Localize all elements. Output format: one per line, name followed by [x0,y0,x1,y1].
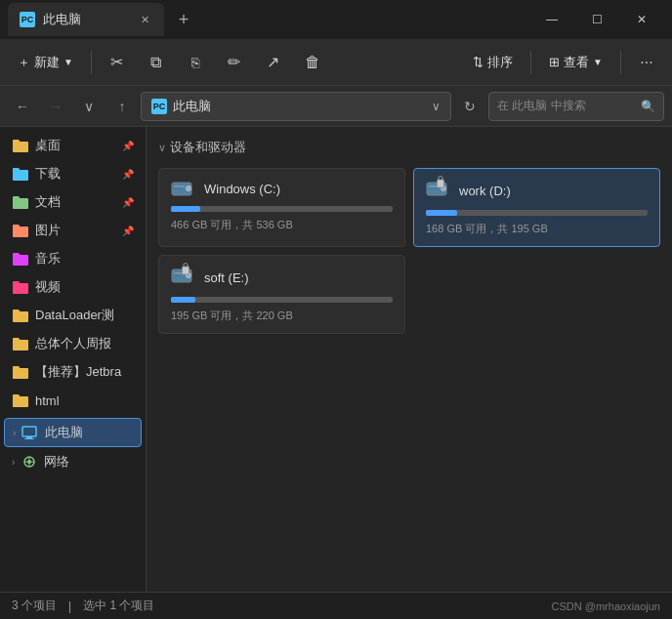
close-button[interactable]: ✕ [619,0,664,39]
search-box[interactable]: 在 此电脑 中搜索 🔍 [488,92,664,121]
pin-icon-desktop: 📌 [122,141,134,151]
drive-c-progress-fill [171,206,200,212]
drive-c-name: Windows (C:) [204,182,280,196]
drive-card-e[interactable]: soft (E:) 195 GB 可用，共 220 GB [158,255,405,334]
folder-dataloader-icon [12,307,29,324]
paste-icon: ⎘ [191,55,199,70]
sidebar-item-label-network: 网络 [44,453,134,471]
address-pc-icon: PC [151,99,167,114]
more-button[interactable]: ··· [629,45,664,80]
sidebar-item-weekreport[interactable]: 总体个人周报 [4,330,142,357]
sidebar-item-jetbra[interactable]: 【推荐】Jetbra [4,358,142,386]
sort-label: 排序 [487,54,513,71]
pin-icon-documents: 📌 [122,197,134,208]
more-icon: ··· [640,54,652,71]
svg-rect-1 [26,436,32,438]
folder-jetbra-icon [12,363,29,381]
svg-rect-9 [174,186,185,187]
drive-c-progress-bg [171,206,393,212]
new-label: 新建 [34,54,60,71]
pc-icon [21,424,39,441]
sidebar-item-documents[interactable]: 文档 📌 [4,188,142,216]
sidebar-item-network[interactable]: › 网络 [4,448,142,475]
sidebar-item-downloads[interactable]: 下载 📌 [4,160,142,187]
drives-row-1: Windows (C:) 466 GB 可用，共 536 GB [158,168,660,247]
svg-rect-0 [22,427,36,436]
sidebar-item-label-videos: 视频 [35,278,134,296]
section-chevron: ∨ [158,142,166,154]
up-dropdown-button[interactable]: ∨ [74,92,104,121]
drive-d-progress-fill [426,210,457,216]
folder-music-icon [12,250,29,268]
tab-close-button[interactable]: ✕ [137,12,152,27]
drive-card-d[interactable]: work (D:) 168 GB 可用，共 195 GB [413,168,660,247]
drive-e-info: 195 GB 可用，共 220 GB [171,309,393,323]
up-button[interactable]: ↑ [107,92,137,121]
copy-button[interactable]: ⧉ [139,45,174,80]
section-header-drives: ∨ 设备和驱动器 [158,139,660,156]
view-label: 查看 [564,54,589,71]
sidebar-item-label-desktop: 桌面 [35,137,116,154]
address-box[interactable]: PC 此电脑 ∨ [141,92,451,121]
drive-c-info: 466 GB 可用，共 536 GB [171,218,393,232]
sidebar-item-pictures[interactable]: 图片 📌 [4,217,142,244]
search-icon[interactable]: 🔍 [641,100,655,113]
drive-e-icon [171,266,196,289]
view-icon: ⊞ [549,55,560,69]
sidebar-item-dataloader[interactable]: DataLoader测 [4,302,142,329]
toolbar-separator-1 [91,51,92,74]
view-button[interactable]: ⊞ 查看 ▼ [539,50,612,75]
titlebar: PC 此电脑 ✕ + — ☐ ✕ [0,0,672,39]
sidebar-item-label-thispc: 此电脑 [45,424,133,441]
sidebar: 桌面 📌 下载 📌 文档 📌 图片 📌 [0,127,147,592]
minimize-button[interactable]: — [529,0,574,39]
drive-c-icon [171,179,196,198]
drive-card-c[interactable]: Windows (C:) 466 GB 可用，共 536 GB [158,168,405,247]
sidebar-item-label-music: 音乐 [35,250,134,268]
tab-active[interactable]: PC 此电脑 ✕ [8,3,164,36]
toolbar-separator-3 [620,51,621,74]
sidebar-item-videos[interactable]: 视频 [4,273,142,301]
window-controls: — ☐ ✕ [529,0,664,39]
toolbar: ＋ 新建 ▼ ✂ ⧉ ⎘ ✏ ↗ 🗑 ⇅ 排序 ⊞ 查看 ▼ ··· [0,39,672,86]
drive-d-header: work (D:) [426,179,648,202]
tab-area: PC 此电脑 ✕ + [8,0,529,39]
drive-e-progress-fill [171,297,195,303]
back-button[interactable]: ← [8,92,37,121]
svg-rect-20 [183,267,189,274]
sidebar-item-desktop[interactable]: 桌面 📌 [4,132,142,159]
svg-rect-10 [174,188,182,189]
search-placeholder: 在 此电脑 中搜索 [497,98,635,114]
main-layout: 桌面 📌 下载 📌 文档 📌 图片 📌 [0,127,672,592]
sidebar-item-thispc[interactable]: › 此电脑 [4,418,142,447]
delete-icon: 🗑 [305,54,320,71]
rename-button[interactable]: ✏ [217,45,252,80]
maximize-button[interactable]: ☐ [574,0,619,39]
delete-button[interactable]: 🗑 [295,45,330,80]
sidebar-item-label-pictures: 图片 [35,222,116,239]
drive-d-name: work (D:) [459,184,511,198]
forward-button[interactable]: → [41,92,70,121]
pin-icon-downloads: 📌 [122,169,134,180]
new-tab-button[interactable]: + [168,4,199,35]
chevron-icon-network: › [12,457,15,468]
sort-button[interactable]: ⇅ 排序 [463,50,523,75]
rename-icon: ✏ [228,53,240,71]
network-icon [21,453,38,471]
new-button[interactable]: ＋ 新建 ▼ [8,50,83,75]
paste-button[interactable]: ⎘ [178,45,213,80]
share-button[interactable]: ↗ [256,45,291,80]
view-dropdown-icon: ▼ [593,57,603,67]
watermark: CSDN @mrhaoxiaojun [552,600,660,612]
sidebar-item-html[interactable]: html [4,387,142,414]
sidebar-item-label-downloads: 下载 [35,165,116,183]
folder-weekreport-icon [12,335,29,352]
folder-pics-icon [12,222,29,239]
cut-button[interactable]: ✂ [100,45,135,80]
empty-cell [413,255,660,334]
sidebar-item-label-weekreport: 总体个人周报 [35,335,134,352]
folder-icon [12,137,29,154]
drive-d-info: 168 GB 可用，共 195 GB [426,222,648,236]
refresh-button[interactable]: ↻ [455,92,484,121]
sidebar-item-music[interactable]: 音乐 [4,245,142,272]
